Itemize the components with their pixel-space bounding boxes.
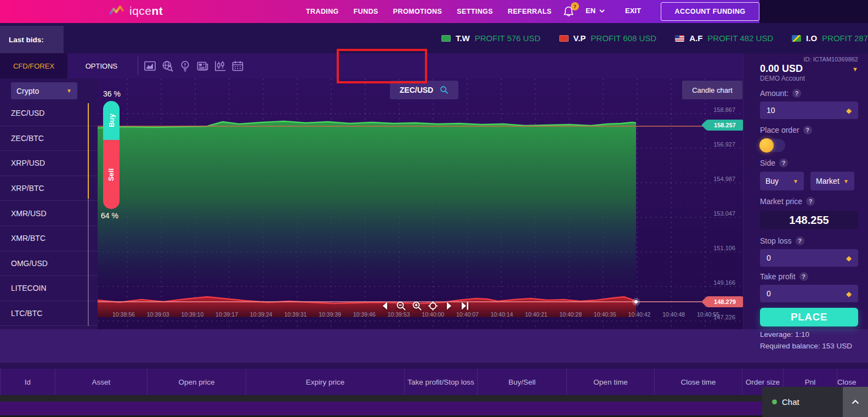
globe-search-icon[interactable] <box>161 60 174 72</box>
balance-value: 0.00 USD <box>760 63 803 75</box>
stop-loss-stepper-icon[interactable]: ◆ <box>846 254 852 262</box>
price-axis-label: 154.987 <box>705 176 735 182</box>
asset-category-dropdown[interactable]: Crypto ▼ <box>11 82 77 99</box>
scroll-right-icon[interactable] <box>444 301 454 311</box>
orders-table-header: IdAssetOpen priceExpiry priceTake profit… <box>0 369 868 395</box>
search-icon <box>440 86 449 94</box>
symbol-search[interactable]: ZEC/USD <box>390 81 458 99</box>
table-column-header: Id <box>0 369 55 395</box>
account-funding-button[interactable]: ACCOUNT FUNDING <box>661 2 759 21</box>
pair-list-item[interactable]: LITECOIN <box>0 276 98 301</box>
pair-list-item[interactable]: OMG/USD <box>0 251 98 277</box>
stop-loss-label: Stop loss <box>760 236 792 245</box>
gauge-buy-label: Buy <box>107 114 116 127</box>
ticker-item: V.P PROFIT 608 USD <box>559 33 657 43</box>
online-status-icon <box>772 399 777 404</box>
side-label: Side <box>760 159 775 167</box>
zoom-in-icon[interactable] <box>412 301 422 311</box>
sidebar-scrollbar-thumb[interactable] <box>88 103 89 199</box>
order-type-value: Market <box>816 177 839 185</box>
pair-list-item[interactable]: XMR/BTC <box>0 226 98 251</box>
balance-row: 0.00 USD ▼ <box>760 63 858 75</box>
history-filter-bar: Status Open ▼ Asset All ▼ << < 1 > >> To… <box>0 329 868 363</box>
pair-list-item[interactable]: XRP/BTC <box>0 176 98 201</box>
price-axis-label: 156.927 <box>705 141 735 148</box>
crosshair-icon[interactable] <box>428 301 438 311</box>
take-profit-label-row: Take profit ? <box>760 272 858 281</box>
news-icon[interactable] <box>196 60 209 72</box>
nav-promotions[interactable]: PROMOTIONS <box>393 8 442 15</box>
side-dropdown[interactable]: Buy ▼ <box>760 172 804 190</box>
stop-loss-input[interactable]: 0 ◆ <box>760 249 858 267</box>
chat-button[interactable]: Chat <box>762 387 843 417</box>
time-axis-label: 10:40:00 <box>422 311 444 318</box>
market-price-help-icon[interactable]: ? <box>806 197 815 206</box>
idea-bulb-icon[interactable] <box>179 60 191 72</box>
ticker-item: T.W PROFIT 576 USD <box>441 33 541 43</box>
pair-list-item[interactable]: ZEC/USD <box>0 101 98 126</box>
calendar-icon[interactable] <box>231 60 244 72</box>
area-chart-icon[interactable] <box>144 60 156 72</box>
notifications-bell-icon[interactable]: 7 <box>563 5 577 19</box>
pair-label: XMR/BTC <box>11 234 46 243</box>
price-axis-label: 151.106 <box>705 245 735 251</box>
pair-list-item[interactable]: ZEC/BTC <box>0 126 98 151</box>
nav-referrals[interactable]: REFERRALS <box>508 8 552 15</box>
market-price-label: Market price <box>760 197 802 206</box>
pair-list-item[interactable]: LTC/BTC <box>0 301 98 326</box>
ticker-item: I.O PROFIT 287 <box>792 33 868 43</box>
order-type-dropdown[interactable]: Market ▼ <box>810 172 854 190</box>
take-profit-input[interactable]: 0 ◆ <box>760 285 858 302</box>
tab-cfd-forex[interactable]: CFD/FOREX <box>0 53 67 78</box>
flag-icon <box>441 35 451 42</box>
table-gap <box>0 363 868 369</box>
sell-price-value: 148.279 <box>714 298 736 305</box>
price-axis: 158.867156.927154.987153.047151.106149.1… <box>705 106 735 320</box>
zoom-out-icon[interactable] <box>396 301 406 311</box>
candlestick-chart-icon[interactable] <box>214 60 226 72</box>
amount-stepper-icon[interactable]: ◆ <box>846 106 852 115</box>
pair-label: XRP/BTC <box>11 184 44 193</box>
place-order-toggle[interactable] <box>760 139 785 152</box>
stop-loss-help-icon[interactable]: ? <box>796 236 804 245</box>
time-axis-label: 10:40:14 <box>491 311 513 318</box>
amount-input[interactable]: 10 ◆ <box>760 102 858 119</box>
time-axis-label: 10:39:24 <box>250 311 273 318</box>
time-axis-label: 10:40:21 <box>525 311 547 318</box>
bottom-strip-purple <box>0 402 868 415</box>
side-help-icon[interactable]: ? <box>779 159 788 167</box>
account-caret-down-icon[interactable]: ▼ <box>852 66 858 72</box>
take-profit-help-icon[interactable]: ? <box>799 272 808 281</box>
tab-options[interactable]: OPTIONS <box>67 53 135 78</box>
nav-funds[interactable]: FUNDS <box>354 8 378 15</box>
candle-chart-button[interactable]: Candle chart <box>682 81 742 99</box>
pair-list-item[interactable]: XMR/USD <box>0 201 98 226</box>
price-axis-label: 149.166 <box>705 279 735 286</box>
time-axis-label: 10:39:46 <box>353 311 376 318</box>
logo[interactable]: iqcent <box>109 4 163 18</box>
nav-settings[interactable]: SETTINGS <box>457 8 493 15</box>
chat-expand-button[interactable] <box>843 387 868 417</box>
place-order-help-icon[interactable]: ? <box>803 126 812 134</box>
language-selector[interactable]: EN <box>586 7 605 15</box>
trader-profit: PROFIT 576 USD <box>475 33 541 43</box>
scroll-to-end-icon[interactable] <box>459 301 470 311</box>
amount-help-icon[interactable]: ? <box>792 89 801 98</box>
scroll-left-icon[interactable] <box>380 301 390 311</box>
exit-button[interactable]: EXIT <box>625 7 641 15</box>
buy-price-value: 158.257 <box>714 122 736 128</box>
place-button[interactable]: PLACE <box>760 308 858 326</box>
chart-controls <box>380 301 470 311</box>
flag-icon <box>792 35 801 42</box>
nav-trading[interactable]: TRADING <box>306 8 339 15</box>
stop-loss-value: 0 <box>767 253 771 262</box>
pair-label: ZEC/BTC <box>11 134 44 143</box>
table-column-header: Open price <box>147 369 246 395</box>
table-column-header: Asset <box>55 369 147 395</box>
time-axis: 10:38:5610:39:0310:39:1010:39:1710:39:24… <box>112 311 719 318</box>
take-profit-stepper-icon[interactable]: ◆ <box>846 290 852 298</box>
pair-list-item[interactable]: XRP/USD <box>0 151 98 176</box>
market-price-value: 148.255 <box>760 211 858 229</box>
symbol-value: ZEC/USD <box>400 86 433 94</box>
side-controls: Buy ▼ Market ▼ <box>760 172 858 190</box>
